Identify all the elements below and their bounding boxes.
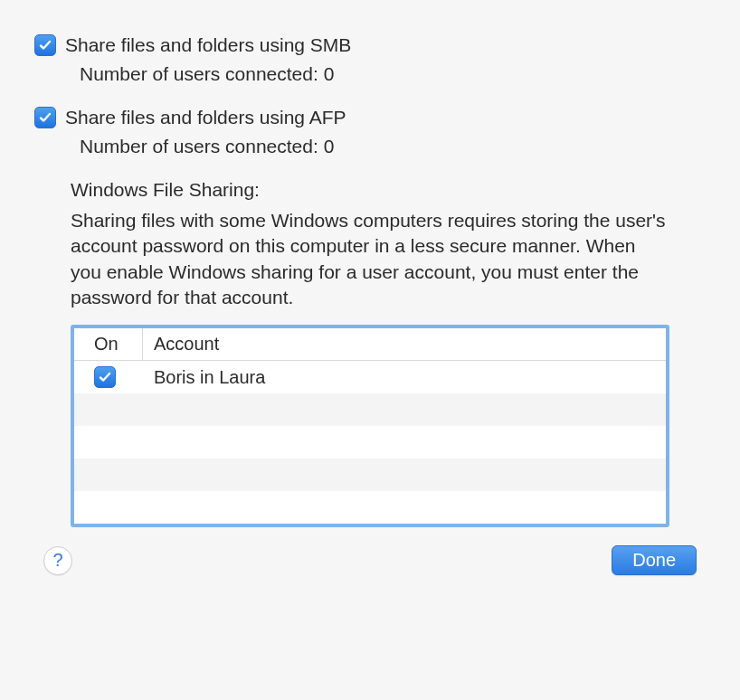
done-button[interactable]: Done: [612, 545, 697, 575]
help-button[interactable]: ?: [43, 546, 72, 575]
table-row: [74, 491, 666, 524]
smb-checkbox[interactable]: [34, 34, 56, 56]
afp-label: Share files and folders using AFP: [65, 107, 346, 128]
windows-sharing-description: Sharing files with some Windows computer…: [71, 208, 669, 310]
table-row: [74, 459, 666, 491]
checkmark-icon: [38, 38, 52, 52]
accounts-table: On Account Boris in Laura: [71, 325, 669, 527]
table-header: On Account: [74, 328, 666, 361]
checkmark-icon: [98, 370, 112, 384]
account-name: Boris in Laura: [143, 367, 265, 388]
table-row[interactable]: Boris in Laura: [74, 361, 666, 393]
windows-sharing-heading: Windows File Sharing:: [71, 179, 706, 201]
table-row: [74, 426, 666, 459]
afp-connected-text: Number of users connected: 0: [80, 136, 706, 157]
checkmark-icon: [38, 110, 52, 125]
account-row-checkbox[interactable]: [94, 366, 116, 388]
smb-connected-text: Number of users connected: 0: [80, 63, 706, 85]
smb-label: Share files and folders using SMB: [65, 34, 351, 56]
afp-checkbox[interactable]: [34, 107, 56, 128]
column-header-on[interactable]: On: [74, 328, 143, 360]
table-row: [74, 393, 666, 426]
column-header-account[interactable]: Account: [143, 334, 219, 355]
